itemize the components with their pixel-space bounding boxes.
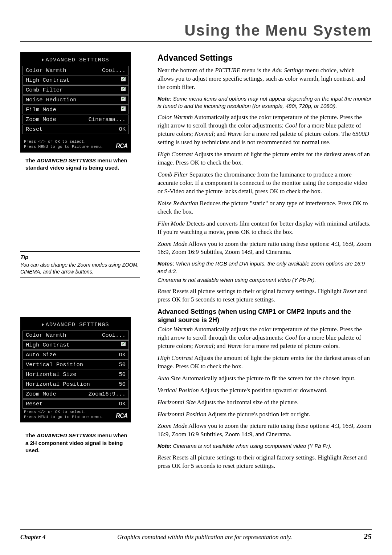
osd2-title: ADVANCED SETTINGS — [23, 319, 129, 330]
cursor-icon — [42, 58, 44, 61]
osd2-row-horizontal-position[interactable]: Horizontal Position50 — [23, 380, 129, 389]
item-comb-filter: Comb Filter Separates the chrominance fr… — [158, 171, 372, 196]
footer-page-number: 25 — [364, 532, 372, 541]
item-high-contrast: High Contrast Adjusts the amount of ligh… — [158, 150, 372, 167]
osd2-row-auto-size[interactable]: Auto SizeOK — [23, 350, 129, 360]
check-icon — [121, 106, 126, 111]
two-column-layout: ADVANCED SETTINGS Color WarmthCool... Hi… — [20, 52, 372, 474]
osd1-row-reset[interactable]: ResetOK — [23, 125, 129, 134]
section-heading: Advanced Settings — [158, 52, 372, 64]
right-column: Advanced Settings Near the bottom of the… — [158, 52, 372, 474]
osd2-caption: The ADVANCED SETTINGS menu when a 2H com… — [25, 432, 131, 454]
osd2-footer: Press </> or OK to select. Press MENU to… — [23, 409, 129, 421]
osd2-row-color-warmth[interactable]: Color WarmthCool... — [23, 331, 129, 340]
osd2-row-reset[interactable]: ResetOK — [23, 399, 129, 409]
osd2-row-vertical-position[interactable]: Vertical Position50 — [23, 360, 129, 369]
check-icon — [121, 77, 126, 81]
osd1-row-color-warmth[interactable]: Color WarmthCool... — [23, 66, 129, 75]
osd1-title: ADVANCED SETTINGS — [23, 54, 129, 65]
item2-color-warmth: Color Warmth Automatically adjusts the c… — [158, 325, 372, 351]
tip-title: Tip — [20, 254, 140, 260]
item-film-mode: Film Mode Detects and converts film cont… — [158, 220, 372, 236]
check-icon — [121, 87, 126, 91]
item2-high-contrast: High Contrast Adjusts the amount of ligh… — [158, 354, 372, 371]
note-3: Note: Cinerama is not available when usi… — [158, 442, 372, 450]
item-zoom-mode: Zoom Mode Allows you to zoom the picture… — [158, 240, 372, 257]
page-footer: Chapter 4 Graphics contained within this… — [20, 529, 372, 541]
item2-horizontal-position: Horizontal Position Adjusts the picture'… — [158, 410, 372, 419]
item-noise-reduction: Noise Reduction Reduces the picture "sta… — [158, 199, 372, 216]
osd2-row-horizontal-size[interactable]: Horizontal Size50 — [23, 370, 129, 379]
osd1-row-noise-reduction[interactable]: Noise Reduction — [23, 95, 129, 105]
osd1-row-high-contrast[interactable]: High Contrast — [23, 76, 129, 85]
subsection-heading: Advanced Settings (when using CMP1 or CM… — [158, 308, 372, 324]
osd2-row-high-contrast[interactable]: High Contrast — [23, 340, 129, 350]
item2-zoom-mode: Zoom Mode Allows you to zoom the picture… — [158, 422, 372, 439]
osd-menu-1: ADVANCED SETTINGS Color WarmthCool... Hi… — [20, 52, 131, 153]
osd2-row-zoom-mode[interactable]: Zoom ModeZoom16:9... — [23, 389, 129, 399]
osd1-row-comb-filter[interactable]: Comb Filter — [23, 85, 129, 95]
osd1-row-zoom-mode[interactable]: Zoom ModeCinerama... — [23, 115, 129, 124]
brand-logo: RCA — [116, 142, 127, 150]
item-color-warmth: Color Warmth Automatically adjusts the c… — [158, 113, 372, 147]
item-reset: Reset Resets all picture settings to the… — [158, 287, 372, 304]
brand-logo: RCA — [116, 412, 127, 420]
footer-chapter: Chapter 4 — [20, 534, 45, 541]
footer-disclaimer: Graphics contained within this publicati… — [117, 534, 292, 541]
osd-menu-2: ADVANCED SETTINGS Color WarmthCool... Hi… — [20, 317, 131, 423]
item2-vertical-position: Vertical Position Adjusts the picture's … — [158, 386, 372, 395]
notes-2a: Notes: When using the RGB and DVI inputs… — [158, 260, 372, 275]
intro-paragraph: Near the bottom of the PICTURE menu is t… — [158, 66, 372, 92]
cursor-icon — [42, 323, 44, 326]
osd1-footer: Press </> or OK to select. Press MENU to… — [23, 139, 129, 150]
tip-box: Tip You can also change the Zoom modes u… — [20, 251, 140, 278]
left-column: ADVANCED SETTINGS Color WarmthCool... Hi… — [20, 52, 147, 474]
note-1: Note: Some menu items and options may no… — [158, 95, 372, 110]
osd1-caption: The ADVANCED SETTINGS menu when standard… — [25, 157, 131, 172]
osd1-row-film-mode[interactable]: Film Mode — [23, 105, 129, 114]
item2-auto-size: Auto Size Automatically adjusts the pict… — [158, 374, 372, 383]
notes-2b: Cinerama is not available when using com… — [158, 276, 372, 284]
check-icon — [121, 97, 126, 101]
page: Using the Menu System ADVANCED SETTINGS … — [0, 0, 392, 555]
item2-horizontal-size: Horizontal Size Adjusts the horizontal s… — [158, 398, 372, 407]
page-header: Using the Menu System — [20, 22, 372, 42]
tip-body: You can also change the Zoom modes using… — [20, 262, 140, 275]
item2-reset: Reset Resets all picture settings to the… — [158, 454, 372, 470]
check-icon — [121, 342, 126, 346]
